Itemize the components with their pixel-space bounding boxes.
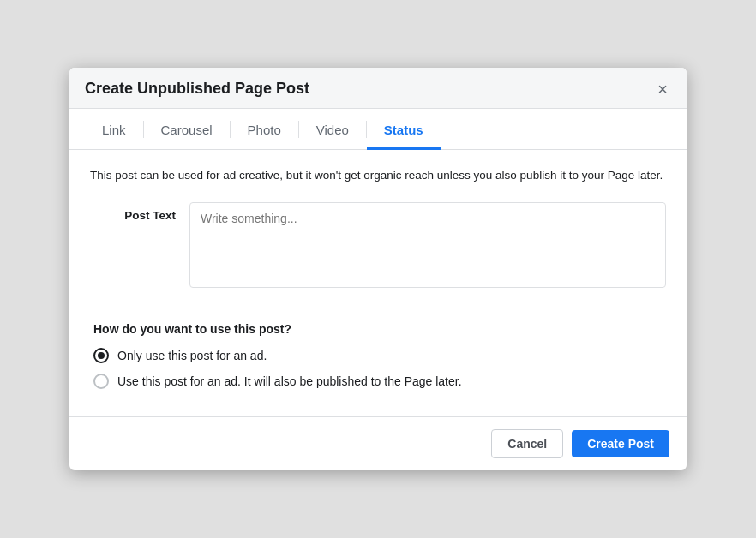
tab-photo[interactable]: Photo — [231, 109, 298, 150]
radio-ad-and-publish-label: Use this post for an ad. It will also be… — [117, 374, 462, 388]
tab-carousel[interactable]: Carousel — [144, 109, 230, 150]
radio-ad-only-label: Only use this post for an ad. — [117, 349, 267, 362]
modal-title: Create Unpublished Page Post — [85, 80, 309, 98]
close-button[interactable]: × — [654, 81, 671, 98]
create-post-button[interactable]: Create Post — [572, 430, 669, 457]
modal-header: Create Unpublished Page Post × — [69, 68, 687, 109]
modal-footer: Cancel Create Post — [69, 416, 687, 470]
post-text-row: Post Text — [90, 202, 666, 290]
tab-status[interactable]: Status — [367, 109, 441, 150]
section-divider — [90, 308, 666, 308]
tab-video[interactable]: Video — [299, 109, 366, 150]
usage-section: How do you want to use this post? Only u… — [90, 322, 666, 389]
radio-ad-and-publish[interactable]: Use this post for an ad. It will also be… — [93, 374, 663, 389]
modal-body: This post can be used for ad creative, b… — [69, 150, 687, 415]
post-text-input-wrap — [189, 202, 666, 290]
tab-link[interactable]: Link — [85, 109, 143, 150]
cancel-button[interactable]: Cancel — [491, 429, 563, 458]
info-text: This post can be used for ad creative, b… — [90, 167, 666, 184]
post-text-input[interactable] — [189, 202, 666, 288]
post-text-label: Post Text — [90, 202, 176, 222]
radio-ad-only[interactable]: Only use this post for an ad. — [93, 348, 663, 363]
radio-ad-and-publish-indicator — [93, 374, 109, 389]
tab-bar: Link Carousel Photo Video Status — [69, 109, 687, 150]
create-post-modal: Create Unpublished Page Post × Link Caro… — [69, 68, 687, 469]
usage-title: How do you want to use this post? — [93, 322, 663, 336]
radio-ad-only-indicator — [93, 348, 109, 363]
